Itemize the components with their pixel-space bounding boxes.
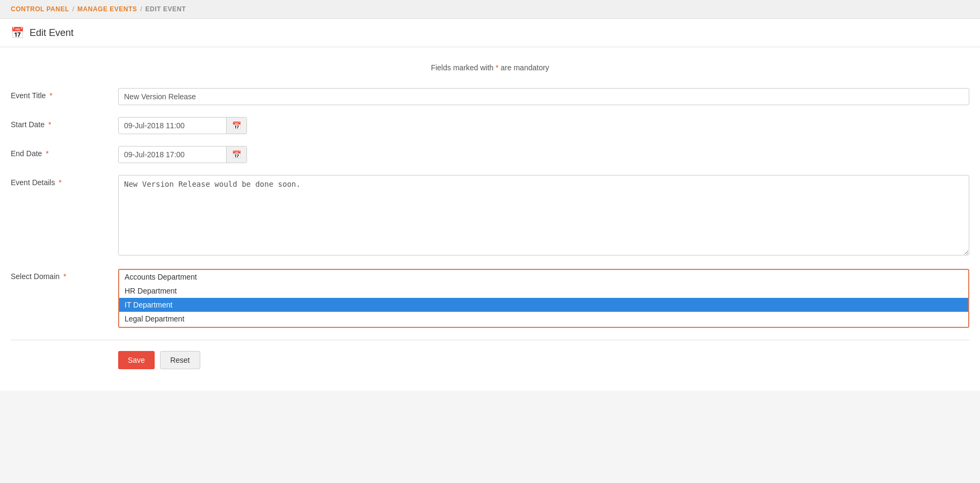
event-details-textarea[interactable]: New Version Release would be done soon. (118, 175, 969, 255)
domain-listbox-container: Accounts Department HR Department IT Dep… (118, 269, 969, 328)
end-date-input-wrap: 📅 (118, 146, 247, 163)
start-date-row: Start Date * 📅 (11, 117, 969, 134)
event-details-label: Event Details * (11, 175, 118, 187)
end-date-row: End Date * 📅 (11, 146, 969, 163)
end-date-input[interactable] (119, 147, 226, 163)
select-domain-wrap: Accounts Department HR Department IT Dep… (118, 269, 969, 328)
mandatory-note: Fields marked with * are mandatory (11, 63, 969, 72)
button-row: Save Reset (11, 351, 969, 369)
breadcrumb-manage-events[interactable]: MANAGE EVENTS (77, 5, 137, 13)
page-header: 📅 Edit Event (0, 19, 980, 47)
mandatory-asterisk: * (496, 63, 498, 72)
page-title: Edit Event (30, 27, 74, 39)
main-content: Fields marked with * are mandatory Event… (0, 47, 980, 391)
save-button[interactable]: Save (118, 351, 155, 369)
event-title-wrap (118, 88, 969, 105)
breadcrumb-sep-1: / (72, 5, 74, 13)
start-date-input[interactable] (119, 118, 226, 134)
start-date-input-wrap: 📅 (118, 117, 247, 134)
form-divider (11, 340, 969, 340)
select-domain-row: Select Domain * Accounts Department HR D… (11, 269, 969, 328)
mandatory-note-suffix-text: are mandatory (500, 63, 549, 72)
domain-option-it[interactable]: IT Department (119, 298, 968, 312)
breadcrumb-edit-event: EDIT EVENT (146, 5, 186, 13)
event-title-row: Event Title * (11, 88, 969, 105)
breadcrumb: CONTROL PANEL / MANAGE EVENTS / EDIT EVE… (0, 0, 980, 19)
domain-option-hr[interactable]: HR Department (119, 284, 968, 298)
event-title-required: * (47, 91, 52, 100)
end-date-label: End Date * (11, 146, 118, 158)
domain-option-legal[interactable]: Legal Department (119, 312, 968, 326)
event-details-row: Event Details * New Version Release woul… (11, 175, 969, 257)
start-date-label: Start Date * (11, 117, 118, 129)
domain-select[interactable]: Accounts Department HR Department IT Dep… (119, 270, 968, 328)
breadcrumb-sep-2: / (140, 5, 142, 13)
mandatory-note-text: Fields marked with (431, 63, 493, 72)
event-title-input[interactable] (118, 88, 969, 105)
end-date-wrap: 📅 (118, 146, 969, 163)
end-date-calendar-button[interactable]: 📅 (226, 147, 246, 163)
end-date-calendar-icon: 📅 (232, 150, 241, 159)
start-date-calendar-icon: 📅 (232, 121, 241, 130)
start-date-wrap: 📅 (118, 117, 969, 134)
calendar-icon: 📅 (11, 26, 24, 39)
domain-option-sales[interactable]: Sales (119, 326, 968, 328)
event-details-wrap: New Version Release would be done soon. (118, 175, 969, 257)
event-title-label: Event Title * (11, 88, 118, 100)
start-date-calendar-button[interactable]: 📅 (226, 118, 246, 134)
domain-option-accounts[interactable]: Accounts Department (119, 270, 968, 284)
reset-button[interactable]: Reset (160, 351, 200, 369)
select-domain-label: Select Domain * (11, 269, 118, 281)
breadcrumb-control-panel[interactable]: CONTROL PANEL (11, 5, 69, 13)
